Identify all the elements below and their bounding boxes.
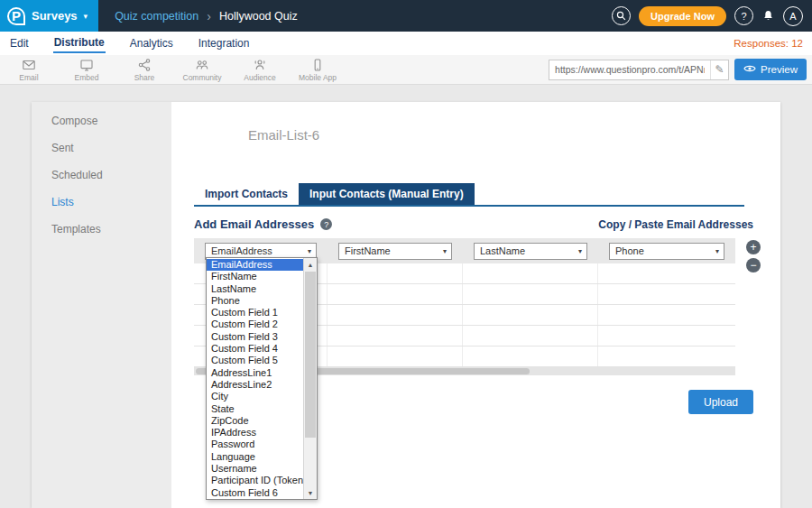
- breadcrumb-parent[interactable]: Quiz competition: [115, 10, 198, 23]
- sidebar-item-sent[interactable]: Sent: [32, 134, 171, 162]
- caret-down-icon: ▾: [574, 247, 586, 255]
- preview-button-label: Preview: [761, 64, 798, 75]
- sidebar-item-lists[interactable]: Lists: [32, 189, 171, 216]
- add-email-addresses-title: Add Email Addresses: [194, 217, 314, 231]
- dropdown-option[interactable]: Custom Field 6: [207, 487, 303, 499]
- dropdown-option[interactable]: Custom Field 2: [207, 319, 303, 330]
- column-header-4: Phone ▾: [598, 243, 735, 260]
- nav-item-edit[interactable]: Edit: [9, 34, 30, 52]
- nav-item-analytics[interactable]: Analytics: [129, 34, 174, 52]
- scroll-up-icon[interactable]: ▲: [304, 258, 317, 271]
- dropdown-option[interactable]: ZipCode: [207, 415, 303, 427]
- tool-mobile-app-label: Mobile App: [299, 73, 337, 82]
- cell-input[interactable]: [463, 305, 598, 325]
- scroll-down-icon[interactable]: ▼: [304, 486, 317, 499]
- preview-button[interactable]: Preview: [734, 59, 807, 80]
- tool-share-label: Share: [134, 73, 155, 82]
- cell-input[interactable]: [463, 263, 598, 283]
- column-select-phone[interactable]: Phone ▾: [609, 243, 724, 260]
- dropdown-option[interactable]: Password: [207, 439, 303, 450]
- caret-down-icon: ▾: [303, 247, 316, 255]
- dropdown-scrollbar-thumb[interactable]: [305, 272, 316, 438]
- notifications-bell-icon[interactable]: [761, 9, 775, 23]
- upload-button[interactable]: Upload: [688, 390, 753, 414]
- dropdown-option[interactable]: EmailAddress: [207, 259, 303, 271]
- upgrade-now-button[interactable]: Upgrade Now: [639, 6, 726, 26]
- share-icon: [137, 58, 152, 72]
- dropdown-option[interactable]: Phone: [207, 295, 303, 307]
- cell-input[interactable]: [598, 305, 735, 325]
- cell-input[interactable]: [463, 284, 598, 304]
- tab-input-contacts-manual[interactable]: Input Contacts (Manual Entry): [299, 183, 475, 205]
- community-icon: [195, 58, 209, 72]
- nav-item-integration[interactable]: Integration: [198, 34, 251, 52]
- dropdown-option[interactable]: Username: [207, 463, 303, 475]
- dropdown-option[interactable]: Custom Field 4: [207, 343, 303, 355]
- tool-share[interactable]: Share: [115, 58, 173, 82]
- sidebar-item-templates[interactable]: Templates: [32, 216, 171, 243]
- dropdown-option[interactable]: Participant ID (Tokens): [207, 475, 303, 486]
- sidebar-item-compose[interactable]: Compose: [32, 107, 171, 134]
- tool-embed[interactable]: Embed: [58, 58, 115, 82]
- cell-input[interactable]: [598, 263, 735, 283]
- remove-row-button[interactable]: −: [746, 258, 761, 272]
- column-select-firstname[interactable]: FirstName ▾: [338, 243, 452, 260]
- cell-input[interactable]: [463, 326, 598, 346]
- cell-input[interactable]: [328, 284, 463, 304]
- caret-down-icon: ▾: [84, 12, 88, 21]
- survey-nav: Edit Distribute Analytics Integration Re…: [0, 32, 812, 55]
- email-lists-panel: Compose Sent Scheduled Lists Templates E…: [32, 102, 780, 508]
- cell-input[interactable]: [328, 305, 463, 325]
- dropdown-option[interactable]: LastName: [207, 283, 303, 295]
- cell-input[interactable]: [328, 346, 463, 366]
- tool-mobile-app[interactable]: Mobile App: [289, 58, 346, 82]
- add-row-button[interactable]: +: [746, 240, 761, 254]
- nav-item-distribute[interactable]: Distribute: [53, 33, 106, 53]
- list-title: Email-List-6: [248, 127, 319, 143]
- surveys-menu[interactable]: P Surveys ▾: [0, 0, 98, 32]
- help-icon[interactable]: ?: [734, 6, 753, 25]
- tab-import-contacts[interactable]: Import Contacts: [194, 183, 299, 205]
- cell-input[interactable]: [463, 346, 598, 366]
- eye-icon: [743, 64, 756, 75]
- dropdown-option[interactable]: IPAddress: [207, 427, 303, 439]
- dropdown-option[interactable]: State: [207, 403, 303, 415]
- audience-icon: [253, 58, 267, 72]
- add-email-section-header: Add Email Addresses ? Copy / Paste Email…: [194, 217, 753, 231]
- cell-input[interactable]: [598, 346, 735, 366]
- dropdown-option[interactable]: City: [207, 391, 303, 402]
- breadcrumb-current: Hollywood Quiz: [219, 10, 298, 23]
- dropdown-option[interactable]: Custom Field 5: [207, 355, 303, 366]
- dropdown-option[interactable]: FirstName: [207, 271, 303, 282]
- section-help-icon[interactable]: ?: [320, 218, 332, 230]
- sidebar-item-scheduled[interactable]: Scheduled: [32, 162, 171, 189]
- tool-email[interactable]: Email: [0, 58, 58, 82]
- embed-icon: [79, 58, 94, 72]
- tool-audience[interactable]: Audience: [231, 58, 289, 82]
- copy-paste-email-link[interactable]: Copy / Paste Email Addresses: [598, 218, 753, 231]
- avatar[interactable]: A: [783, 6, 803, 26]
- dropdown-option[interactable]: Language: [207, 451, 303, 463]
- breadcrumb: Quiz competition › Hollywood Quiz: [115, 9, 298, 23]
- cell-input[interactable]: [598, 284, 735, 304]
- survey-url-input[interactable]: [549, 60, 710, 79]
- search-icon[interactable]: [612, 6, 631, 25]
- dropdown-scrollbar[interactable]: ▲ ▼: [303, 258, 317, 499]
- caret-down-icon: ▾: [711, 247, 724, 255]
- cell-input[interactable]: [328, 326, 463, 346]
- dropdown-option[interactable]: Custom Field 1: [207, 307, 303, 319]
- dropdown-option[interactable]: AddressLine1: [207, 367, 303, 379]
- edit-url-pencil-icon[interactable]: ✎: [710, 60, 728, 79]
- column-header-2: FirstName ▾: [328, 243, 463, 260]
- responses-count[interactable]: Responses: 12: [734, 38, 803, 49]
- column-field-dropdown: EmailAddress FirstName LastName Phone Cu…: [206, 257, 318, 500]
- column-select-lastname[interactable]: LastName ▾: [474, 243, 587, 260]
- cell-input[interactable]: [598, 326, 735, 346]
- dropdown-option[interactable]: Custom Field 3: [207, 331, 303, 343]
- tool-community[interactable]: Community: [173, 58, 231, 82]
- cell-input[interactable]: [328, 263, 463, 283]
- tool-community-label: Community: [183, 73, 222, 82]
- survey-url-field: ✎: [549, 60, 729, 80]
- email-sidebar: Compose Sent Scheduled Lists Templates: [32, 102, 171, 508]
- dropdown-option[interactable]: AddressLine2: [207, 379, 303, 391]
